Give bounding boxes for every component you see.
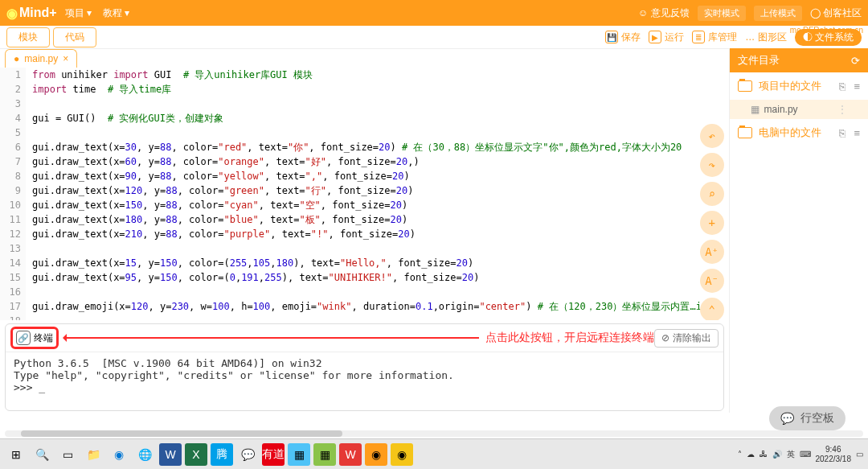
play-icon: ▶ [649,31,661,43]
file-item-mainpy[interactable]: main.py ⋮ [730,100,868,119]
system-tray: ˄ ☁ 🖧 🔊 英 ⌨ 9:46 2022/3/18 ▭ [738,445,864,464]
wechat-icon: 💬 [780,412,794,425]
clear-output-button[interactable]: ⊘ 清除输出 [654,329,719,348]
gutter: 123456789101112131415161718192021 [0,68,26,320]
file-tabs: ● main.py × [0,49,729,68]
app-header: Mind+ 项目 ▾ 教程 ▾ ☺ 意见反馈 实时模式 上传模式 ◯ 创客社区 [0,0,868,26]
task-view-icon[interactable]: ▭ [56,443,79,466]
mindplus-taskbar-icon[interactable]: ◉ [365,443,387,466]
undo-button[interactable]: ↶ [700,124,724,148]
terminal-panel: 🔗 终端 点击此处按钮，开启远程连接终端 ⊘ 清除输出 Python 3.6.5… [5,323,724,411]
lib-icon: ≣ [692,31,705,43]
section-ops: ⎘ ≡ [839,80,860,93]
close-icon[interactable]: × [63,53,68,64]
scroll-top-button[interactable]: ⌃ [700,298,724,320]
arrow-annotation [65,337,479,339]
tray-network-icon[interactable]: 🖧 [760,450,768,459]
terminal-body[interactable]: Python 3.6.5 [MSC v.1900 64 bit AMD64)] … [6,352,723,410]
folder-icon [738,80,752,92]
lib-button[interactable]: ≣库管理 [692,31,737,44]
menu-tutorial[interactable]: 教程 ▾ [103,6,129,20]
youdao-icon[interactable]: 有道 [262,443,285,466]
save-button[interactable]: 💾保存 [605,31,641,44]
clock[interactable]: 9:46 2022/3/18 [816,445,852,464]
tray-keyboard-icon[interactable]: ⌨ [800,450,811,459]
add-button[interactable]: + [700,211,724,235]
excel-icon[interactable]: X [185,443,207,466]
feedback-button[interactable]: ☺ 意见反馈 [638,6,690,20]
code-content[interactable]: from unihiker import GUI # 导入unihiker库GU… [26,68,729,320]
new-file-icon[interactable]: ⎘ [839,80,845,93]
zone-button[interactable]: … 图形区 [745,31,786,44]
terminal-header: 🔗 终端 点击此处按钮，开启远程连接终端 ⊘ 清除输出 [6,324,723,352]
tray-cloud-icon[interactable]: ☁ [747,450,755,459]
file-tab-icon: ● [14,53,19,64]
font-smaller-button[interactable]: A⁻ [700,269,724,293]
clear-icon: ⊘ [661,332,669,344]
url-badge: mc.DFRobot.com.cn [790,26,863,35]
app-icon[interactable]: ▦ [288,443,310,466]
refresh-icon[interactable]: ⟳ [851,55,860,67]
notifications-icon[interactable]: ▭ [856,450,863,459]
run-button[interactable]: ▶运行 [649,31,684,44]
tab-code[interactable]: 代码 [53,27,96,47]
chrome-icon[interactable]: 🌐 [133,443,156,466]
search-icon[interactable]: 🔍 [31,443,53,466]
section-ops: ⎘ ≡ [839,127,860,139]
tray-chevron-icon[interactable]: ˄ [738,450,742,459]
realtime-mode-button[interactable]: 实时模式 [698,6,746,21]
tab-blocks[interactable]: 模块 [6,27,50,47]
section-label: 项目中的文件 [759,79,821,93]
app-icon-3[interactable]: ◉ [391,443,413,466]
tray-ime[interactable]: 英 [787,449,795,460]
file-tab-name: main.py [24,53,58,64]
wps-icon[interactable]: W [339,443,362,466]
maker-community-button[interactable]: ◯ 创客社区 [810,6,862,20]
word-icon[interactable]: W [159,443,182,466]
section-computer-files[interactable]: 电脑中的文件 ⎘ ≡ [730,119,868,146]
menu-project[interactable]: 项目 ▾ [65,6,92,20]
new-file-icon[interactable]: ⎘ [839,127,845,139]
editor-pane: ● main.py × 1234567891011121314151617181… [0,48,729,413]
wechat-label: 行空板 [800,411,834,426]
file-explorer-title: 文件目录 [738,53,780,68]
start-button[interactable]: ⊞ [5,443,27,466]
code-area[interactable]: 123456789101112131415161718192021 from u… [0,68,729,320]
tray-volume-icon[interactable]: 🔊 [772,450,782,459]
edge-icon[interactable]: ◉ [108,443,130,466]
logo: Mind+ [6,6,57,21]
search-button[interactable]: ⌕ [700,182,724,206]
save-icon: 💾 [605,31,618,43]
windows-taskbar: ⊞ 🔍 ▭ 📁 ◉ 🌐 W X 腾 💬 有道 ▦ ▦ W ◉ ◉ ˄ ☁ 🖧 🔊… [0,438,868,469]
file-name: main.py [764,104,798,115]
wechat-taskbar-icon[interactable]: 💬 [236,443,259,466]
list-icon[interactable]: ≡ [854,80,860,93]
terminal-hint: 点击此处按钮，开启远程连接终端 [485,331,654,345]
horizontal-scrollbar[interactable] [5,430,863,437]
main: ● main.py × 1234567891011121314151617181… [0,48,868,413]
more-icon[interactable]: ⋮ [837,104,847,115]
float-buttons: ↶ ↷ ⌕ + A⁺ A⁻ ⌃ [700,124,724,320]
toolbar: 模块 代码 💾保存 ▶运行 ≣库管理 … 图形区 ◐ 文件系统 [0,26,868,48]
list-icon[interactable]: ≡ [854,127,860,139]
explorer-icon[interactable]: 📁 [82,443,104,466]
link-icon: 🔗 [16,331,31,345]
wechat-badge: 💬 行空板 [769,406,845,430]
terminal-label: 终端 [34,331,53,345]
app-icon-2[interactable]: ▦ [313,443,336,466]
header-right: ☺ 意见反馈 实时模式 上传模式 ◯ 创客社区 [638,6,862,21]
font-larger-button[interactable]: A⁺ [700,240,724,264]
section-label: 电脑中的文件 [759,125,821,140]
redo-button[interactable]: ↷ [700,153,724,177]
upload-mode-button[interactable]: 上传模式 [754,6,802,21]
tencent-icon[interactable]: 腾 [211,443,233,466]
file-explorer-header: 文件目录 ⟳ [730,48,868,72]
folder-icon [738,127,752,138]
file-explorer: 文件目录 ⟳ 项目中的文件 ⎘ ≡ main.py ⋮ 电脑中的文件 ⎘ ≡ [729,48,868,413]
section-project-files[interactable]: 项目中的文件 ⎘ ≡ [730,72,868,100]
terminal-connect-button[interactable]: 🔗 终端 [10,327,59,349]
file-tab-main[interactable]: ● main.py × [5,49,77,68]
